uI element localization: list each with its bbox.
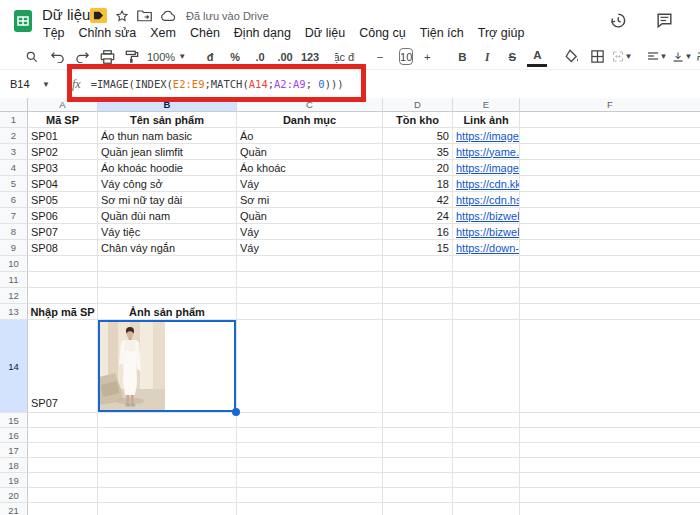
cell-A16[interactable] <box>28 428 98 443</box>
cell-B11[interactable] <box>98 272 237 288</box>
format-percent-button[interactable]: % <box>225 47 245 67</box>
cell-B20[interactable] <box>98 488 237 503</box>
cell-D1[interactable]: Tồn kho <box>383 112 453 128</box>
cell-A18[interactable] <box>28 458 98 473</box>
row-header-12[interactable]: 12 <box>0 288 28 304</box>
cell-D13[interactable] <box>383 304 453 320</box>
fill-color-icon[interactable] <box>562 47 582 67</box>
search-icon[interactable] <box>22 47 42 67</box>
cell-D12[interactable] <box>383 288 453 304</box>
row-header-16[interactable]: 16 <box>0 428 28 443</box>
cell-B6[interactable]: Sơ mi nữ tay dài <box>98 192 237 208</box>
cell-C8[interactable]: Váy <box>237 224 383 240</box>
cell-F3[interactable] <box>520 144 700 160</box>
cell-E6[interactable]: https://cdn.hstati <box>453 192 520 208</box>
cell-B13[interactable]: Ảnh sản phẩm <box>98 304 237 320</box>
cell-E14[interactable] <box>453 320 520 413</box>
bold-button[interactable]: B <box>452 47 472 67</box>
cell-E9[interactable]: https://down-vn.i <box>453 240 520 256</box>
cell-D11[interactable] <box>383 272 453 288</box>
increase-decimal-button[interactable]: .00 <box>275 47 295 67</box>
cell-B1[interactable]: Tên sản phẩm <box>98 112 237 128</box>
menu-item-3[interactable]: Chèn <box>183 25 227 43</box>
cell-C19[interactable] <box>237 473 383 488</box>
comment-icon[interactable] <box>655 11 674 30</box>
cell-D21[interactable] <box>383 503 453 515</box>
cell-A2[interactable]: SP01 <box>28 128 98 144</box>
cell-C21[interactable] <box>237 503 383 515</box>
cell-E5[interactable]: https://cdn.kkfas <box>453 176 520 192</box>
cell-A19[interactable] <box>28 473 98 488</box>
cell-E1[interactable]: Link ảnh <box>453 112 520 128</box>
row-header-13[interactable]: 13 <box>0 304 28 320</box>
cell-A10[interactable] <box>28 256 98 272</box>
menu-item-0[interactable]: Tệp <box>36 25 72 43</box>
cell-C20[interactable] <box>237 488 383 503</box>
zoom-select[interactable]: 100%▼ <box>147 51 186 63</box>
cell-D3[interactable]: 35 <box>383 144 453 160</box>
cell-C14[interactable] <box>237 320 383 413</box>
cell-D16[interactable] <box>383 428 453 443</box>
cell-B14[interactable] <box>98 320 237 413</box>
cell-A3[interactable]: SP02 <box>28 144 98 160</box>
strikethrough-button[interactable]: S <box>502 47 522 67</box>
label-tag-icon[interactable] <box>90 8 107 23</box>
menu-item-7[interactable]: Tiện ích <box>413 25 471 43</box>
cell-B5[interactable]: Váy công sở <box>98 176 237 192</box>
cell-B12[interactable] <box>98 288 237 304</box>
formula-input[interactable]: =IMAGE(INDEX(E2:E9;MATCH(A14;A2:A9; 0))) <box>91 78 344 90</box>
cell-A5[interactable]: SP04 <box>28 176 98 192</box>
cell-B2[interactable]: Áo thun nam basic <box>98 128 237 144</box>
cell-D7[interactable]: 24 <box>383 208 453 224</box>
menu-item-5[interactable]: Dữ liệu <box>298 25 352 43</box>
cell-C12[interactable] <box>237 288 383 304</box>
row-header-10[interactable]: 10 <box>0 256 28 272</box>
borders-icon[interactable] <box>587 47 607 67</box>
row-header-4[interactable]: 4 <box>0 160 28 176</box>
cell-E15[interactable] <box>453 413 520 428</box>
text-color-button[interactable]: A <box>527 47 547 67</box>
cell-A14[interactable]: SP07 <box>28 320 98 413</box>
row-header-3[interactable]: 3 <box>0 144 28 160</box>
cell-F19[interactable] <box>520 473 700 488</box>
star-icon[interactable] <box>115 9 129 23</box>
cell-F11[interactable] <box>520 272 700 288</box>
cell-D15[interactable] <box>383 413 453 428</box>
column-header-B[interactable]: B <box>98 98 237 112</box>
cell-A13[interactable]: Nhập mã SP <box>28 304 98 320</box>
column-header-D[interactable]: D <box>383 98 453 112</box>
cell-D14[interactable] <box>383 320 453 413</box>
select-all-corner[interactable] <box>0 98 28 112</box>
row-header-8[interactable]: 8 <box>0 224 28 240</box>
column-header-E[interactable]: E <box>453 98 520 112</box>
cell-F16[interactable] <box>520 428 700 443</box>
undo-icon[interactable] <box>47 47 67 67</box>
cell-E19[interactable] <box>453 473 520 488</box>
cell-C15[interactable] <box>237 413 383 428</box>
cell-F7[interactable] <box>520 208 700 224</box>
cell-C5[interactable]: Váy <box>237 176 383 192</box>
cell-D18[interactable] <box>383 458 453 473</box>
column-header-F[interactable]: F <box>520 98 700 112</box>
cell-B3[interactable]: Quần jean slimfit <box>98 144 237 160</box>
cell-A4[interactable]: SP03 <box>28 160 98 176</box>
paint-format-icon[interactable] <box>122 47 142 67</box>
cell-F10[interactable] <box>520 256 700 272</box>
row-header-17[interactable]: 17 <box>0 443 28 458</box>
column-header-C[interactable]: C <box>237 98 383 112</box>
cell-E7[interactable]: https://bizweb.dk <box>453 208 520 224</box>
cell-C13[interactable] <box>237 304 383 320</box>
horizontal-align-icon[interactable]: ▼ <box>647 47 667 67</box>
cell-C10[interactable] <box>237 256 383 272</box>
cell-F18[interactable] <box>520 458 700 473</box>
cell-E2[interactable]: https://image.hm <box>453 128 520 144</box>
row-header-15[interactable]: 15 <box>0 413 28 428</box>
cell-A20[interactable] <box>28 488 98 503</box>
cell-D10[interactable] <box>383 256 453 272</box>
format-currency-button[interactable]: đ <box>200 47 220 67</box>
menu-item-1[interactable]: Chỉnh sửa <box>72 25 144 43</box>
cell-E12[interactable] <box>453 288 520 304</box>
row-header-21[interactable]: 21 <box>0 503 28 515</box>
sheets-logo-icon[interactable] <box>11 9 35 33</box>
cell-F12[interactable] <box>520 288 700 304</box>
